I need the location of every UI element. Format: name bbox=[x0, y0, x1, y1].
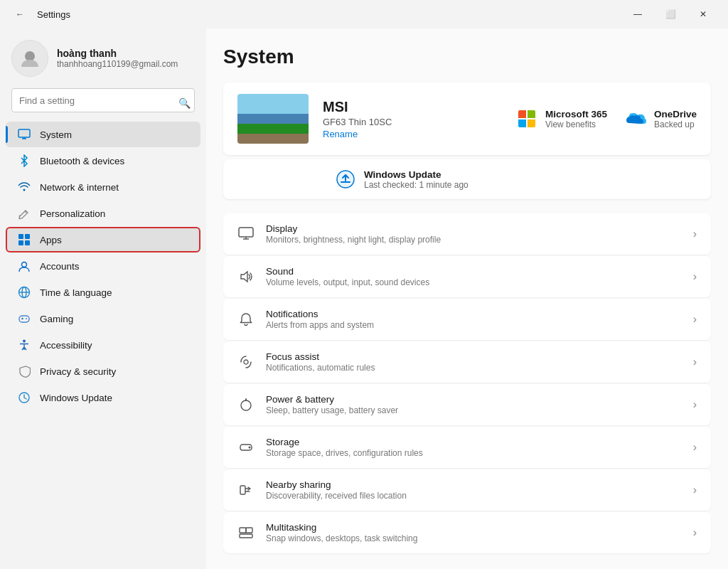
settings-item-notifications[interactable]: Notifications Alerts from apps and syste… bbox=[223, 299, 711, 340]
ms365-link[interactable]: Microsoft 365 View benefits bbox=[515, 107, 607, 130]
sidebar-item-system[interactable]: System bbox=[6, 122, 200, 147]
sidebar-item-network[interactable]: Network & internet bbox=[6, 174, 200, 200]
display-desc: Monitors, brightness, night light, displ… bbox=[266, 235, 682, 245]
quick-links: Microsoft 365 View benefits OneDrive bbox=[515, 107, 697, 130]
sidebar-item-bluetooth-label: Bluetooth & devices bbox=[40, 156, 124, 166]
ms365-subtitle: View benefits bbox=[545, 119, 607, 129]
sidebar: hoàng thanh thanhhoang110199@gmail.com 🔍 bbox=[0, 28, 206, 569]
svg-point-26 bbox=[249, 447, 251, 449]
settings-item-display[interactable]: Display Monitors, brightness, night ligh… bbox=[223, 213, 711, 255]
settings-item-nearby-sharing[interactable]: Nearby sharing Discoverability, received… bbox=[223, 469, 711, 511]
focus-desc: Notifications, automatic rules bbox=[266, 363, 682, 373]
multitasking-desc: Snap windows, desktops, task switching bbox=[266, 533, 682, 543]
multitasking-text: Multitasking Snap windows, desktops, tas… bbox=[266, 522, 682, 543]
onedrive-icon bbox=[624, 107, 647, 130]
user-info: hoàng thanh thanhhoang110199@gmail.com bbox=[57, 48, 178, 69]
sidebar-item-privacy[interactable]: Privacy & security bbox=[6, 358, 200, 384]
settings-item-sound[interactable]: Sound Volume levels, output, input, soun… bbox=[223, 256, 711, 297]
sidebar-item-windows-update-label: Windows Update bbox=[40, 393, 112, 403]
sidebar-item-accessibility-label: Accessibility bbox=[40, 340, 92, 351]
windows-update-link[interactable]: Windows Update Last checked: 1 minute ag… bbox=[334, 168, 469, 191]
sidebar-item-accounts[interactable]: Accounts bbox=[6, 253, 200, 279]
sidebar-item-personalization[interactable]: Personalization bbox=[6, 201, 200, 226]
svg-rect-29 bbox=[246, 528, 252, 533]
sidebar-item-apps[interactable]: Apps bbox=[6, 227, 200, 252]
windows-update-icon bbox=[334, 168, 357, 191]
sidebar-item-network-label: Network & internet bbox=[40, 182, 119, 193]
sound-desc: Volume levels, output, input, sound devi… bbox=[266, 277, 682, 287]
svg-rect-27 bbox=[240, 486, 245, 494]
device-image bbox=[237, 94, 309, 144]
chevron-right-icon: › bbox=[693, 526, 697, 539]
svg-rect-13 bbox=[19, 316, 29, 322]
sidebar-item-time-label: Time & language bbox=[40, 287, 112, 298]
storage-title: Storage bbox=[266, 437, 682, 447]
settings-item-storage[interactable]: Storage Storage space, drives, configura… bbox=[223, 427, 711, 468]
svg-point-17 bbox=[23, 340, 26, 343]
focus-text: Focus assist Notifications, automatic ru… bbox=[266, 351, 682, 373]
sidebar-item-personalization-label: Personalization bbox=[40, 208, 105, 219]
page-title: System bbox=[223, 46, 711, 68]
sidebar-item-time[interactable]: Time & language bbox=[6, 280, 200, 305]
svg-rect-6 bbox=[25, 234, 30, 239]
svg-rect-20 bbox=[239, 228, 253, 237]
bluetooth-icon bbox=[17, 154, 31, 168]
svg-point-0 bbox=[25, 51, 35, 61]
back-button[interactable]: ← bbox=[9, 3, 31, 26]
sidebar-item-accessibility[interactable]: Accessibility bbox=[6, 332, 200, 358]
share-icon bbox=[237, 482, 255, 499]
settings-item-multitasking[interactable]: Multitasking Snap windows, desktops, tas… bbox=[223, 512, 711, 553]
storage-icon bbox=[237, 439, 255, 456]
display-text: Display Monitors, brightness, night ligh… bbox=[266, 223, 682, 245]
user-email: thanhhoang110199@gmail.com bbox=[57, 59, 178, 69]
main-layout: hoàng thanh thanhhoang110199@gmail.com 🔍 bbox=[0, 28, 728, 569]
device-name: MSI bbox=[323, 99, 392, 115]
gamepad-icon bbox=[17, 312, 31, 326]
ms365-icon bbox=[515, 107, 538, 130]
power-title: Power & battery bbox=[266, 394, 682, 405]
search-input[interactable] bbox=[11, 88, 195, 112]
close-button[interactable]: ✕ bbox=[687, 3, 719, 26]
sidebar-item-accounts-label: Accounts bbox=[40, 261, 80, 272]
storage-text: Storage Storage space, drives, configura… bbox=[266, 437, 682, 458]
main-content: System MSI GF63 Thin 10SC Rename bbox=[206, 28, 728, 569]
storage-desc: Storage space, drives, configuration rul… bbox=[266, 448, 682, 458]
titlebar-left: ← Settings bbox=[9, 3, 70, 26]
multitasking-title: Multitasking bbox=[266, 522, 682, 533]
onedrive-link[interactable]: OneDrive Backed up bbox=[624, 107, 697, 130]
notifications-desc: Alerts from apps and system bbox=[266, 320, 682, 330]
sidebar-nav: System Bluetooth & devices bbox=[0, 121, 206, 411]
sidebar-item-gaming[interactable]: Gaming bbox=[6, 306, 200, 331]
windows-update-title: Windows Update bbox=[364, 169, 469, 180]
svg-rect-28 bbox=[240, 528, 246, 533]
onedrive-subtitle: Backed up bbox=[654, 119, 697, 129]
focus-title: Focus assist bbox=[266, 351, 682, 362]
device-thumbnail bbox=[237, 94, 309, 144]
chevron-right-icon: › bbox=[693, 313, 697, 326]
settings-item-power[interactable]: Power & battery Sleep, battery usage, ba… bbox=[223, 384, 711, 425]
device-model: GF63 Thin 10SC bbox=[323, 117, 392, 127]
windows-update-card[interactable]: Windows Update Last checked: 1 minute ag… bbox=[223, 159, 711, 199]
power-text: Power & battery Sleep, battery usage, ba… bbox=[266, 394, 682, 415]
app-title: Settings bbox=[37, 9, 70, 20]
settings-item-focus[interactable]: Focus assist Notifications, automatic ru… bbox=[223, 341, 711, 383]
system-info-card: MSI GF63 Thin 10SC Rename bbox=[223, 83, 711, 155]
device-details: MSI GF63 Thin 10SC Rename bbox=[323, 99, 392, 139]
settings-list: Display Monitors, brightness, night ligh… bbox=[223, 213, 711, 553]
svg-rect-8 bbox=[25, 240, 30, 245]
rename-link[interactable]: Rename bbox=[323, 129, 392, 139]
sidebar-item-bluetooth[interactable]: Bluetooth & devices bbox=[6, 148, 200, 174]
focus-icon bbox=[237, 353, 255, 371]
user-profile[interactable]: hoàng thanh thanhhoang110199@gmail.com bbox=[0, 28, 206, 85]
sidebar-item-gaming-label: Gaming bbox=[40, 314, 73, 324]
user-name: hoàng thanh bbox=[57, 48, 178, 59]
monitor-icon bbox=[17, 127, 31, 142]
sidebar-item-apps-label: Apps bbox=[40, 235, 62, 245]
maximize-button[interactable]: ⬜ bbox=[654, 3, 687, 26]
search-icon: 🔍 bbox=[178, 97, 191, 109]
sidebar-item-windows-update[interactable]: Windows Update bbox=[6, 385, 200, 410]
apps-icon bbox=[17, 233, 31, 247]
minimize-button[interactable]: — bbox=[621, 3, 654, 26]
search-button[interactable]: 🔍 bbox=[178, 97, 191, 109]
bell-icon bbox=[237, 311, 255, 328]
